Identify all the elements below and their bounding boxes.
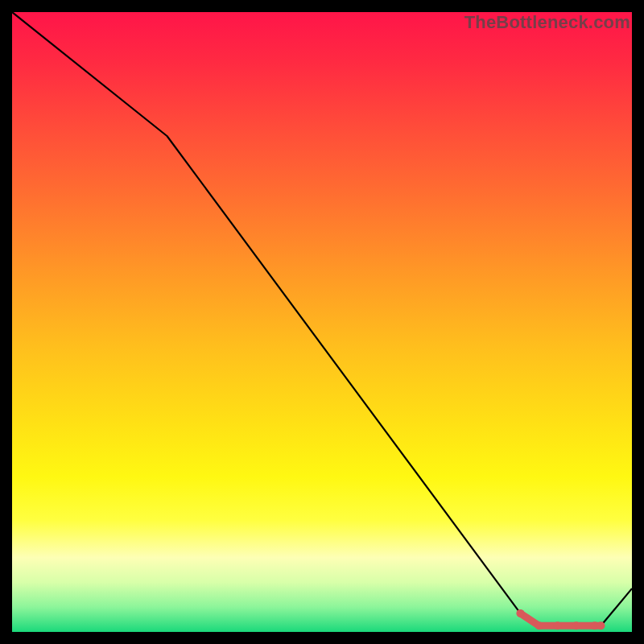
highlight-dot bbox=[554, 621, 562, 630]
highlight-dot bbox=[572, 621, 580, 630]
highlight-dot bbox=[597, 621, 605, 630]
highlight-dot bbox=[516, 609, 524, 617]
highlight-marker-group bbox=[516, 609, 605, 630]
highlight-dot bbox=[535, 621, 543, 630]
bottleneck-curve bbox=[12, 12, 632, 625]
chart-svg bbox=[12, 12, 632, 632]
plot-area: TheBottleneck.com bbox=[12, 12, 632, 632]
chart-frame: TheBottleneck.com bbox=[0, 0, 644, 644]
bottleneck-line-group bbox=[12, 12, 632, 625]
